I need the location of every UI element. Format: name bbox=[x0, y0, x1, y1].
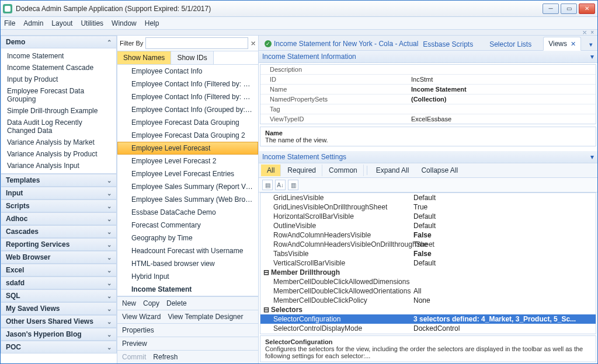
property-row[interactable]: Tag bbox=[260, 104, 596, 114]
category-header[interactable]: Input⌄ bbox=[1, 187, 117, 200]
expand-all-button[interactable]: Expand All bbox=[370, 164, 415, 176]
category-header[interactable]: Templates⌄ bbox=[1, 174, 117, 187]
view-wizard-button[interactable]: View Wizard bbox=[122, 313, 161, 321]
list-item[interactable]: Employee Contact Info (Grouped by: Jo... bbox=[117, 103, 258, 116]
close-button[interactable]: ✕ bbox=[579, 4, 595, 14]
settings-row[interactable]: MemberCellDoubleClickAllowedDimensions bbox=[260, 277, 596, 286]
filter-common-button[interactable]: Common bbox=[323, 164, 364, 176]
menu-utilities[interactable]: Utilities bbox=[81, 19, 103, 27]
minimize-button[interactable]: ─ bbox=[543, 4, 559, 14]
list-item[interactable]: Employee Contact Info (Filtered by: Las.… bbox=[117, 90, 258, 103]
tab-views[interactable]: Views✕ bbox=[543, 37, 581, 51]
filter-input[interactable] bbox=[145, 37, 248, 49]
pin-icon[interactable]: ⤫ bbox=[251, 40, 256, 47]
sidebar-item[interactable]: Income Statement bbox=[1, 50, 116, 62]
commit-button[interactable]: Commit bbox=[122, 353, 146, 361]
close-icon[interactable]: ✕ bbox=[571, 40, 576, 47]
sidebar-item[interactable]: Employee Forecast Data Grouping bbox=[1, 85, 116, 105]
collapse-icon[interactable]: ⊟ bbox=[263, 268, 270, 276]
settings-row[interactable]: HorizontalScrollBarVisibleDefault bbox=[260, 212, 596, 221]
category-header[interactable]: sdafd⌄ bbox=[1, 276, 117, 289]
list-item[interactable]: Employee Sales Summary (Report Vie... bbox=[117, 180, 258, 193]
refresh-button[interactable]: Refresh bbox=[153, 353, 178, 361]
list-item[interactable]: Employee Level Forecast Entries bbox=[117, 167, 258, 180]
show-ids-button[interactable]: Show IDs bbox=[171, 51, 213, 64]
filter-all-button[interactable]: All bbox=[261, 164, 281, 176]
titlebar[interactable]: Dodeca Admin Sample Application (Support… bbox=[1, 1, 597, 17]
list-item[interactable]: Income Statement bbox=[117, 283, 258, 296]
copy-button[interactable]: Copy bbox=[143, 299, 159, 307]
new-button[interactable]: New bbox=[122, 299, 136, 307]
menu-help[interactable]: Help bbox=[145, 19, 159, 27]
pin-icon[interactable]: ⤫ bbox=[582, 29, 587, 36]
filter-required-button[interactable]: Required bbox=[281, 164, 322, 176]
property-row[interactable]: IDIncStmt bbox=[260, 75, 596, 85]
category-header[interactable]: My Saved Views⌄ bbox=[1, 302, 117, 315]
properties-icon[interactable]: ▥ bbox=[288, 180, 298, 190]
category-header[interactable]: Reporting Services⌄ bbox=[1, 238, 117, 251]
preview-button[interactable]: Preview bbox=[122, 340, 147, 348]
list-item[interactable]: Employee Contact Info bbox=[117, 65, 258, 78]
sidebar-item[interactable]: Input by Product bbox=[1, 74, 116, 85]
settings-row[interactable]: GridLinesVisibleDefault bbox=[260, 193, 596, 202]
category-header[interactable]: Other Users Shared Views⌄ bbox=[1, 315, 117, 328]
category-header[interactable]: Web Browser⌄ bbox=[1, 251, 117, 264]
list-item[interactable]: HTML-based browser view bbox=[117, 257, 258, 270]
settings-row[interactable]: SelectorDockedControlGroupStyleStacked bbox=[260, 333, 596, 334]
category-header[interactable]: Adhoc⌄ bbox=[1, 212, 117, 225]
settings-group[interactable]: ⊟Selectors bbox=[260, 305, 596, 314]
menu-window[interactable]: Window bbox=[112, 19, 137, 27]
properties-button[interactable]: Properties bbox=[122, 326, 154, 334]
show-names-button[interactable]: Show Names bbox=[117, 51, 171, 64]
delete-button[interactable]: Delete bbox=[166, 299, 187, 307]
category-header[interactable]: Excel⌄ bbox=[1, 264, 117, 276]
maximize-button[interactable]: ▭ bbox=[561, 4, 577, 14]
menu-admin[interactable]: Admin bbox=[23, 19, 43, 27]
settings-row[interactable]: VerticalScrollBarVisibleDefault bbox=[260, 258, 596, 268]
sidebar-item[interactable]: Simple Drill-through Example bbox=[1, 105, 116, 117]
chevron-down-icon[interactable]: ▾ bbox=[590, 52, 594, 61]
chevron-down-icon[interactable]: ▾ bbox=[588, 38, 594, 51]
collapse-icon[interactable]: ⊟ bbox=[263, 306, 270, 314]
list-item[interactable]: Headcount Forecast with Username bbox=[117, 244, 258, 257]
category-demo[interactable]: Demo ⌃ bbox=[1, 36, 117, 48]
property-row[interactable]: NameIncome Statement bbox=[260, 85, 596, 94]
collapse-all-button[interactable]: Collapse All bbox=[415, 164, 464, 176]
list-item[interactable]: Employee Forecast Data Grouping 2 bbox=[117, 129, 258, 142]
category-header[interactable]: Scripts⌄ bbox=[1, 200, 117, 212]
settings-row[interactable]: GridLinesVisibleOnDrillthroughSheetTrue bbox=[260, 202, 596, 212]
settings-row[interactable]: MemberCellDoubleClickAllowedOrientations… bbox=[260, 286, 596, 296]
tab-selector-lists[interactable]: Selector Lists bbox=[485, 38, 536, 51]
close-panel-icon[interactable]: × bbox=[590, 29, 594, 36]
tab-essbase-scripts[interactable]: Essbase Scripts bbox=[418, 38, 478, 51]
list-item[interactable]: Employee Level Forecast bbox=[117, 142, 258, 155]
sidebar-item[interactable]: Variance Analysis by Product bbox=[1, 148, 116, 160]
view-template-designer-button[interactable]: View Template Designer bbox=[168, 313, 243, 321]
settings-property-grid[interactable]: GridLinesVisibleDefaultGridLinesVisibleO… bbox=[260, 192, 596, 334]
category-header[interactable]: Cascades⌄ bbox=[1, 225, 117, 238]
sidebar-item[interactable]: Variance Analysis by Market bbox=[1, 136, 116, 148]
settings-row[interactable]: TabsVisibleFalse bbox=[260, 249, 596, 258]
settings-row[interactable]: OutlineVisibleDefault bbox=[260, 221, 596, 230]
menu-layout[interactable]: Layout bbox=[51, 19, 72, 27]
settings-row[interactable]: RowAndColumnHeadersVisibleOnDrillthrough… bbox=[260, 240, 596, 249]
views-list[interactable]: Employee Contact InfoEmployee Contact In… bbox=[117, 65, 258, 296]
settings-row[interactable]: SelectorConfiguration3 selectors defined… bbox=[260, 314, 596, 324]
list-item[interactable]: Forecast Commentary bbox=[117, 219, 258, 232]
category-header[interactable]: Jason's Hyperion Blog⌄ bbox=[1, 328, 117, 341]
categorize-icon[interactable]: ▤ bbox=[262, 180, 273, 190]
menu-file[interactable]: File bbox=[4, 19, 15, 27]
list-item[interactable]: Hybrid Input bbox=[117, 270, 258, 283]
property-row[interactable]: NamedPropertySets(Collection) bbox=[260, 94, 596, 104]
category-header[interactable]: SQL⌄ bbox=[1, 289, 117, 302]
list-item[interactable]: Geography by Time bbox=[117, 232, 258, 244]
list-item[interactable]: Employee Contact Info (Filtered by: Las.… bbox=[117, 78, 258, 90]
sidebar-item[interactable]: Variance Analysis Input bbox=[1, 160, 116, 172]
settings-row[interactable]: RowAndColumnHeadersVisibleFalse bbox=[260, 230, 596, 240]
property-row[interactable]: ViewTypeIDExcelEssbase bbox=[260, 114, 596, 124]
property-row[interactable]: Description bbox=[260, 65, 596, 75]
category-header[interactable]: POC⌄ bbox=[1, 341, 117, 354]
sidebar-item[interactable]: Income Statement Cascade bbox=[1, 62, 116, 74]
sort-icon[interactable]: A↓ bbox=[275, 180, 286, 190]
settings-row[interactable]: SelectorControlDisplayModeDockedControl bbox=[260, 324, 596, 333]
